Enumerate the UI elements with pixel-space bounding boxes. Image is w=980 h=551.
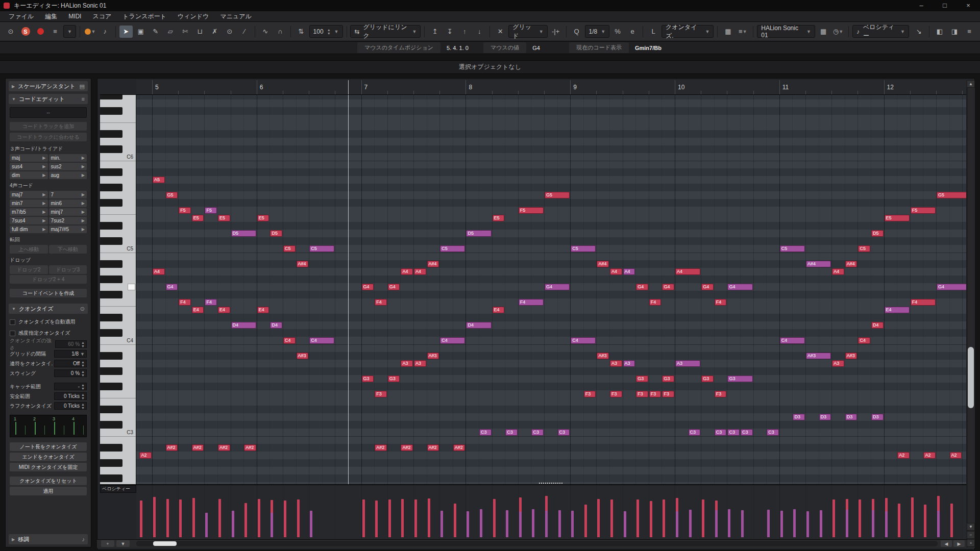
midi-note[interactable]: A#2 bbox=[453, 444, 465, 451]
match-chord-track-button[interactable]: コードトラックに合わせる bbox=[10, 133, 87, 141]
track-output-dropdown[interactable]: HALion Sonic 01 ▼ bbox=[757, 25, 815, 38]
velocity-bar[interactable] bbox=[832, 502, 835, 537]
black-key[interactable] bbox=[100, 260, 122, 268]
black-key[interactable] bbox=[100, 421, 122, 429]
velocity-bar[interactable] bbox=[284, 502, 286, 537]
midi-note[interactable]: F4 bbox=[179, 299, 191, 306]
velocity-bar[interactable] bbox=[244, 503, 247, 537]
midi-note[interactable]: F4 bbox=[375, 299, 387, 306]
minimize-button[interactable]: – bbox=[910, 0, 933, 11]
quantize-action-button-3[interactable]: クオンタイズをリセット bbox=[10, 477, 87, 485]
midi-note[interactable]: F4 bbox=[519, 299, 544, 306]
midi-note[interactable]: F4 bbox=[911, 299, 936, 306]
velocity-bar[interactable] bbox=[793, 509, 796, 537]
zoom-tool[interactable]: ⊙ bbox=[223, 26, 236, 38]
midi-note[interactable]: C4 bbox=[780, 337, 805, 344]
erase-tool[interactable]: ▱ bbox=[164, 26, 177, 38]
midi-note[interactable]: E4 bbox=[218, 307, 230, 313]
midi-note[interactable]: G4 bbox=[388, 284, 400, 290]
draw-tool[interactable]: ✎ bbox=[149, 26, 162, 38]
quantize-row-value[interactable]: 0 Ticks▲▼ bbox=[54, 402, 87, 410]
midi-note[interactable]: F3 bbox=[662, 391, 674, 397]
section-quantize[interactable]: ▼ クオンタイズ ⊙ bbox=[9, 304, 88, 314]
tetrad-m7b5[interactable]: m7/b5▶ bbox=[10, 208, 48, 216]
midi-note[interactable]: E5 bbox=[885, 215, 910, 221]
midi-note[interactable]: A#4 bbox=[427, 261, 439, 267]
chevron-right-icon[interactable]: ▶ bbox=[42, 210, 45, 214]
midi-note[interactable]: D5 bbox=[231, 230, 256, 237]
relative-grid-icon[interactable]: -|+ bbox=[549, 26, 562, 38]
midi-note[interactable]: F3 bbox=[715, 391, 727, 397]
midi-note[interactable]: A3 bbox=[623, 360, 635, 367]
midi-note[interactable]: A2 bbox=[923, 452, 936, 459]
midi-note[interactable]: F3 bbox=[375, 391, 387, 397]
midi-note[interactable]: F4 bbox=[649, 299, 662, 306]
chevron-right-icon[interactable]: ▶ bbox=[42, 164, 45, 169]
quantize-row-value[interactable]: 60 %▲▼ bbox=[55, 340, 87, 348]
midi-note[interactable]: G3 bbox=[362, 375, 374, 382]
triad-sus4[interactable]: sus4▶ bbox=[10, 163, 48, 170]
velocity-bar[interactable] bbox=[728, 509, 730, 537]
part-list-icon[interactable]: ▦ bbox=[721, 26, 734, 38]
horizontal-scrollbar[interactable] bbox=[136, 541, 938, 546]
midi-note[interactable]: D4 bbox=[231, 322, 256, 329]
black-key[interactable] bbox=[100, 367, 122, 375]
velocity-bar[interactable] bbox=[297, 503, 300, 537]
midi-note[interactable]: D3 bbox=[793, 414, 805, 420]
midi-note[interactable]: F3 bbox=[584, 391, 596, 397]
velocity-bar[interactable] bbox=[428, 505, 430, 537]
create-chord-event-button[interactable]: コードイベントを作成 bbox=[10, 289, 87, 297]
menu-item-1[interactable]: 編集 bbox=[39, 12, 63, 21]
vertical-scrollbar[interactable] bbox=[967, 80, 975, 547]
velocity-bar[interactable] bbox=[532, 509, 534, 537]
midi-note[interactable]: A#2 bbox=[375, 444, 387, 451]
velocity-bar[interactable] bbox=[493, 501, 496, 537]
midi-note[interactable]: A#2 bbox=[166, 444, 178, 451]
open-in-window-icon[interactable]: ↘ bbox=[912, 26, 925, 38]
quantize-icon[interactable]: Q bbox=[570, 26, 583, 38]
spinner-arrows-icon[interactable]: ▲▼ bbox=[81, 341, 85, 348]
glue-tool[interactable]: ⊔ bbox=[193, 26, 207, 38]
midi-note[interactable]: C4 bbox=[571, 337, 596, 344]
triad-sus2[interactable]: sus2▶ bbox=[49, 163, 87, 170]
midi-note[interactable]: A4 bbox=[675, 268, 700, 275]
midi-note[interactable]: G5 bbox=[545, 192, 570, 198]
scroll-left-button[interactable]: ◀ bbox=[941, 540, 952, 547]
midi-note[interactable]: A#4 bbox=[845, 261, 857, 267]
black-key[interactable] bbox=[100, 459, 122, 467]
midi-note[interactable]: F4 bbox=[715, 299, 727, 306]
chevron-right-icon[interactable]: ▶ bbox=[42, 156, 45, 160]
line-tool[interactable]: ∕ bbox=[238, 26, 251, 38]
midi-note[interactable]: G4 bbox=[362, 284, 374, 290]
velocity-bar[interactable] bbox=[218, 505, 221, 537]
midi-note[interactable]: A3 bbox=[414, 360, 426, 367]
black-key[interactable] bbox=[100, 145, 122, 153]
zoom-preset-button[interactable]: ▼ bbox=[116, 540, 130, 547]
midi-note[interactable]: F4 bbox=[205, 299, 217, 306]
midi-note[interactable]: C4 bbox=[858, 337, 870, 344]
midi-note[interactable]: A4 bbox=[623, 268, 635, 275]
velocity-bar[interactable] bbox=[676, 511, 678, 537]
midi-note[interactable]: A3 bbox=[832, 360, 844, 367]
midi-note[interactable]: D3 bbox=[819, 414, 831, 420]
piano-keyboard[interactable]: C3C4C5C6 bbox=[100, 95, 136, 485]
length-quantize-icon[interactable]: L bbox=[647, 26, 660, 38]
quantize-panel-icon[interactable]: e bbox=[626, 26, 639, 38]
velocity-bar[interactable] bbox=[584, 505, 587, 537]
midi-note[interactable]: A4 bbox=[153, 268, 165, 275]
nudge-start-left-button[interactable]: ↥ bbox=[428, 26, 442, 38]
lane-resize-handle-icon[interactable] bbox=[539, 483, 562, 484]
midi-note[interactable]: F3 bbox=[610, 391, 622, 397]
midi-note[interactable]: F5 bbox=[911, 207, 936, 214]
chevron-right-icon[interactable]: ▶ bbox=[82, 156, 85, 160]
quantize-row-value[interactable]: -▲▼ bbox=[54, 383, 87, 390]
setup-toolbar-icon[interactable]: ≡ bbox=[963, 26, 976, 38]
length-quantize-dropdown[interactable]: クオンタイズ. ▼ bbox=[662, 25, 714, 38]
spinner-arrows-icon[interactable]: ▲▼ bbox=[81, 403, 85, 410]
chevron-right-icon[interactable]: ▶ bbox=[82, 192, 85, 197]
velocity-bar[interactable] bbox=[545, 511, 548, 537]
mute-tool[interactable]: ✗ bbox=[208, 26, 222, 38]
drop-button-0[interactable]: ドロップ2 bbox=[10, 265, 48, 274]
velocity-bar[interactable] bbox=[885, 511, 888, 537]
black-key[interactable] bbox=[100, 474, 122, 482]
